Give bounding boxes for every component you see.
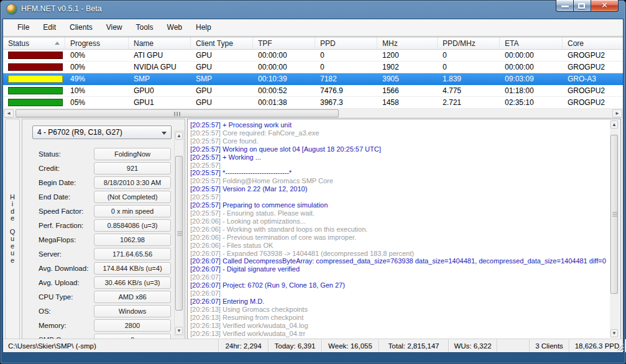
- minimize-icon: [561, 6, 569, 7]
- minimize-button[interactable]: [556, 0, 574, 12]
- title-bar[interactable]: HFM.NET v0.5.1 - Beta ✕: [0, 0, 626, 19]
- menu-item-clients[interactable]: Clients: [63, 20, 99, 35]
- field-value: FoldingNow: [94, 148, 171, 160]
- column-header-mhz[interactable]: MHz: [377, 37, 438, 49]
- scroll-up-arrow-icon[interactable]: ▲: [610, 121, 618, 129]
- queue-entry-dropdown[interactable]: 4 - P6702 (R9, C18, G27): [32, 125, 172, 139]
- cell-ppd: 3967.3: [315, 97, 377, 108]
- menu-item-edit[interactable]: Edit: [36, 20, 63, 35]
- log-scroll-thumb[interactable]: [610, 135, 618, 294]
- cell-core: GRO-A3: [563, 73, 623, 84]
- log-line: [20:25:57]: [190, 193, 608, 201]
- scroll-down-arrow-icon[interactable]: ▼: [610, 329, 618, 337]
- cell-tpf: 00:00:00: [253, 61, 315, 73]
- field-label: Server:: [39, 250, 94, 258]
- cell-client-type: SMP: [191, 73, 253, 84]
- queue-scrollbar[interactable]: ▲ ▼: [174, 130, 184, 336]
- menu-item-help[interactable]: Help: [189, 20, 218, 35]
- log-line: [20:26:07] Called DecompressByteArray: c…: [190, 257, 608, 265]
- menu-bar: FileEditClientsViewToolsWebHelp: [3, 19, 623, 36]
- field-value: AMD x86: [94, 291, 171, 303]
- column-header-ppd[interactable]: PPD: [315, 37, 377, 49]
- queue-field-row: OS:Windows: [22, 304, 171, 318]
- cell-client-type: GPU: [191, 50, 253, 61]
- queue-fields: Status:FoldingNowCredit:921Begin Date:8/…: [22, 147, 171, 339]
- table-row[interactable]: 00%NVIDIA GPUGPU00:00:0001902000:00:00GR…: [3, 61, 623, 73]
- app-icon: [7, 4, 17, 14]
- cell-tpf: 00:00:52: [253, 85, 315, 96]
- column-header-progress[interactable]: Progress: [65, 37, 129, 49]
- scroll-left-arrow-icon[interactable]: ◄: [4, 109, 14, 117]
- cell-ppd-mhz: 4.775: [438, 85, 500, 96]
- table-row[interactable]: 00%ATI GPUGPU00:00:0001200000:00:00GROGP…: [3, 50, 623, 61]
- table-row[interactable]: 10%GPU0GPU00:00:527476.915664.77501:18:0…: [3, 85, 623, 97]
- column-header-client-type[interactable]: Client Type: [191, 37, 253, 49]
- log-scrollbar[interactable]: ▲ ▼: [610, 120, 620, 338]
- column-header-name[interactable]: Name: [129, 37, 191, 49]
- cell-ppd: 7476.9: [315, 85, 377, 96]
- column-header-eta[interactable]: ETA: [500, 37, 563, 49]
- stat-total: Total: 2,815,147: [379, 339, 449, 352]
- horizontal-scroll-thumb[interactable]: [16, 109, 339, 117]
- column-header-core[interactable]: Core: [563, 37, 623, 49]
- status-color-bar: [8, 75, 63, 83]
- table-row[interactable]: 49%SMPSMP00:10:39718239051.83909:03:09GR…: [3, 73, 623, 85]
- status-bar: C:\Users\Skier\SMP\ (-smp)24hr: 2,294Tod…: [3, 339, 623, 352]
- cell-mhz: 3905: [377, 73, 438, 84]
- table-row[interactable]: 05%GPU1GPU00:01:383967.314582.72102:35:1…: [3, 97, 623, 109]
- field-label: Avg. Upload:: [39, 279, 94, 286]
- field-value: 8/18/2010 3:30 AM: [94, 176, 171, 189]
- status-cell: [3, 97, 65, 108]
- status-cell: [3, 73, 65, 84]
- column-header-ppd-mhz[interactable]: PPD/MHz: [438, 37, 500, 49]
- status-color-bar: [8, 99, 63, 106]
- stat-wus: WUs: 6,322: [449, 339, 497, 352]
- cell-tpf: 00:10:39: [253, 73, 315, 84]
- column-header-status[interactable]: Status: [3, 37, 65, 49]
- cell-name: GPU1: [129, 97, 191, 108]
- cell-client-type: GPU: [191, 85, 253, 96]
- queue-field-row: Speed Factor:0 x min speed: [22, 204, 171, 218]
- scroll-up-arrow-icon[interactable]: ▲: [175, 132, 183, 140]
- cell-eta: 01:18:00: [500, 85, 563, 96]
- queue-field-row: End Date:(Not Completed): [22, 189, 171, 204]
- field-value: 2800: [94, 319, 171, 332]
- status-color-bar: [8, 52, 63, 59]
- field-value: 921: [94, 162, 171, 175]
- field-label: Perf. Fraction:: [39, 222, 94, 229]
- scroll-right-arrow-icon[interactable]: ►: [612, 109, 622, 117]
- cell-progress: 00%: [65, 50, 129, 61]
- cell-name: SMP: [129, 73, 191, 84]
- resize-grip-icon[interactable]: [617, 344, 624, 351]
- status-cell: [3, 61, 65, 73]
- cell-eta: 00:00:00: [500, 50, 563, 61]
- close-button[interactable]: ✕: [591, 0, 619, 12]
- menu-item-file[interactable]: File: [11, 20, 36, 35]
- cell-mhz: 1458: [377, 97, 438, 108]
- field-label: OS:: [39, 307, 94, 315]
- queue-scroll-thumb[interactable]: [175, 156, 183, 311]
- column-header-tpf[interactable]: TPF: [253, 37, 315, 49]
- maximize-button[interactable]: [574, 0, 591, 12]
- field-label: End Date:: [39, 193, 94, 201]
- menu-item-view[interactable]: View: [99, 20, 129, 35]
- cell-tpf: 00:00:00: [253, 50, 315, 61]
- hide-queue-button[interactable]: HideQueue: [5, 119, 20, 339]
- queue-field-row: Memory:2800: [22, 318, 171, 332]
- cell-mhz: 1902: [377, 61, 438, 73]
- cell-ppd: 0: [315, 50, 377, 61]
- grid-horizontal-scrollbar[interactable]: ◄ ►: [3, 109, 623, 118]
- scroll-down-arrow-icon[interactable]: ▼: [175, 327, 183, 335]
- queue-field-row: Status:FoldingNow: [22, 147, 171, 161]
- queue-field-row: Perf. Fraction:0.8584086 (u=3): [22, 218, 171, 232]
- cell-progress: 05%: [65, 97, 129, 108]
- menu-item-web[interactable]: Web: [160, 20, 189, 35]
- cell-eta: 02:35:10: [500, 97, 563, 108]
- stat-week: Week: 16,055: [322, 339, 379, 352]
- cell-eta: 09:03:09: [500, 73, 563, 84]
- log-panel[interactable]: [20:25:57] + Processing work unit[20:25:…: [187, 119, 621, 339]
- log-line: [20:25:57]: [190, 162, 608, 170]
- cell-core: GROGPU2: [563, 97, 623, 108]
- field-label: Status:: [39, 150, 94, 158]
- menu-item-tools[interactable]: Tools: [129, 20, 160, 35]
